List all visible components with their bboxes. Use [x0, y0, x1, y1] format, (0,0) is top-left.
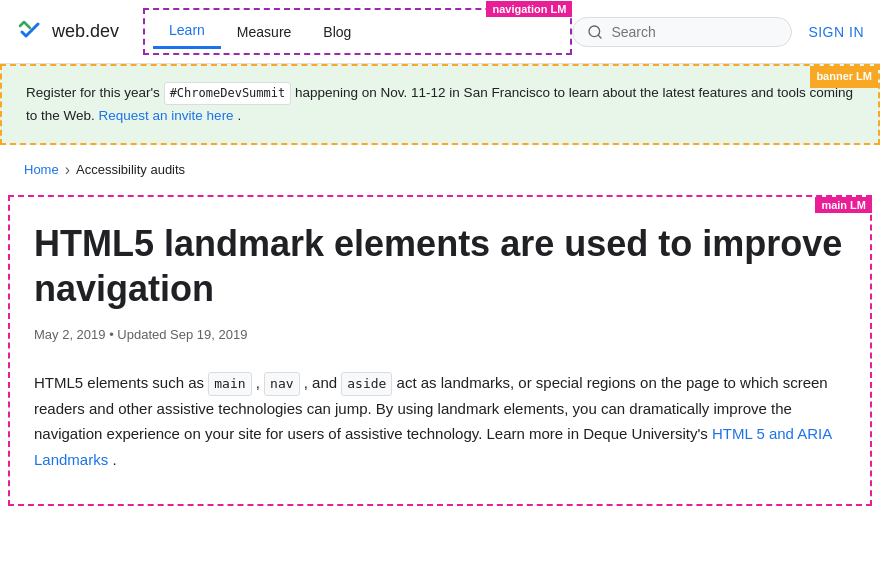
search-input[interactable] [611, 24, 777, 40]
code-main: main [208, 372, 251, 396]
article-body: HTML5 elements such as main , nav , and … [34, 370, 846, 473]
body-comma-2: , and [304, 374, 337, 391]
code-nav: nav [264, 372, 299, 396]
body-comma-1: , [256, 374, 260, 391]
logo-icon [16, 18, 44, 46]
body-text-end: . [112, 451, 116, 468]
article-date: May 2, 2019 [34, 327, 106, 342]
article-meta: May 2, 2019 • Updated Sep 19, 2019 [34, 327, 846, 342]
breadcrumb-separator: › [65, 161, 70, 179]
banner-text-before: Register for this year's [26, 85, 160, 100]
search-box[interactable] [572, 17, 792, 47]
main-content: main LM HTML5 landmark elements are used… [8, 195, 872, 507]
breadcrumb-current: Accessibility audits [76, 162, 185, 177]
main-landmark-label: main LM [815, 197, 872, 213]
sign-in-button[interactable]: SIGN IN [808, 24, 864, 40]
nav-landmark-label: navigation LM [486, 1, 572, 17]
nav-blog[interactable]: Blog [307, 16, 367, 48]
nav-learn[interactable]: Learn [153, 14, 221, 49]
search-icon [587, 24, 603, 40]
search-area [572, 17, 792, 47]
article-updated: Updated Sep 19, 2019 [117, 327, 247, 342]
banner-landmark-label: banner LM [810, 66, 878, 88]
svg-line-1 [598, 35, 601, 38]
article-title: HTML5 landmark elements are used to impr… [34, 221, 846, 311]
site-header: web.dev navigation LM Learn Measure Blog… [0, 0, 880, 64]
article-meta-separator: • [109, 327, 114, 342]
banner-hashtag: #ChromeDevSummit [164, 82, 292, 105]
nav-measure[interactable]: Measure [221, 16, 307, 48]
breadcrumb: Home › Accessibility audits [0, 145, 880, 195]
banner-invite-link[interactable]: Request an invite here [99, 108, 234, 123]
breadcrumb-home[interactable]: Home [24, 162, 59, 177]
article: HTML5 landmark elements are used to impr… [34, 221, 846, 473]
announcement-banner: banner LM Register for this year's #Chro… [0, 64, 880, 145]
logo-text: web.dev [52, 21, 119, 42]
main-nav: navigation LM Learn Measure Blog [143, 8, 572, 55]
banner-text-end: . [237, 108, 241, 123]
logo-link[interactable]: web.dev [16, 18, 119, 46]
body-text-1: HTML5 elements such as [34, 374, 204, 391]
code-aside: aside [341, 372, 392, 396]
